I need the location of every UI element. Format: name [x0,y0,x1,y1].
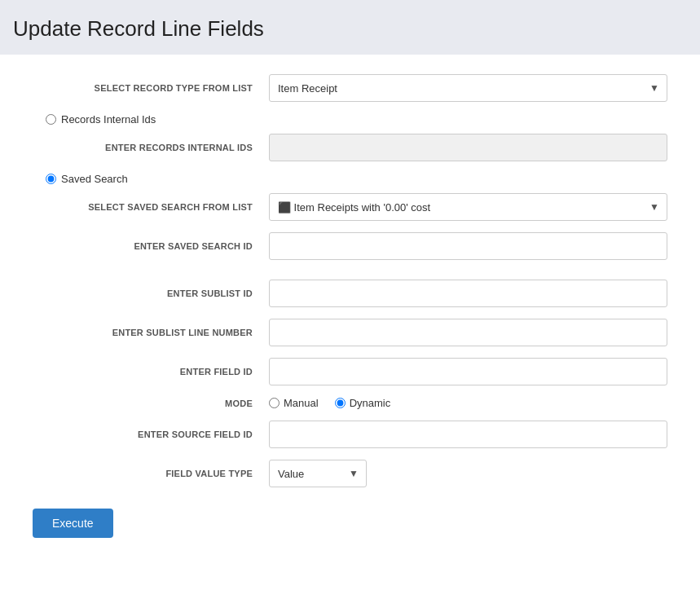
select-record-type-row: SELECT RECORD TYPE FROM LIST Item Receip… [33,74,667,102]
mode-label: MODE [33,399,269,408]
field-value-type-wrapper: Value Text ▼ [269,460,367,487]
mode-row: MODE Manual Dynamic [33,397,667,409]
mode-manual-label[interactable]: Manual [284,397,319,409]
select-record-type-input[interactable]: Item Receipt Invoice Sales Order Purchas… [269,74,667,102]
field-value-type-row: FIELD VALUE TYPE Value Text ▼ [33,460,667,487]
enter-sublist-line-number-label: ENTER SUBLIST LINE NUMBER [33,328,269,337]
records-internal-ids-radio-row: Records Internal Ids [33,113,667,126]
enter-saved-search-id-row: ENTER SAVED SEARCH ID customsearch_item_… [33,232,667,260]
enter-sublist-line-number-row: ENTER SUBLIST LINE NUMBER [33,319,667,346]
execute-button[interactable]: Execute [33,509,113,538]
mode-manual-radio[interactable] [269,398,280,408]
select-record-type-wrapper: Item Receipt Invoice Sales Order Purchas… [269,74,667,102]
page-header: Update Record Line Fields [0,0,700,55]
mode-manual-option: Manual [269,397,319,409]
saved-search-radio-row: Saved Search [33,173,667,185]
enter-field-id-label: ENTER FIELD ID [33,367,269,377]
select-saved-search-input[interactable]: ⬛ Item Receipts with '0.00' cost [269,193,667,221]
mode-options: Manual Dynamic [269,397,390,409]
enter-saved-search-id-label: ENTER SAVED SEARCH ID [33,241,269,251]
enter-source-field-id-label: ENTER SOURCE FIELD ID [33,429,269,439]
select-saved-search-wrapper: ⬛ Item Receipts with '0.00' cost ▼ [269,193,667,221]
select-record-type-label: SELECT RECORD TYPE FROM LIST [33,83,269,93]
enter-source-field-id-row: ENTER SOURCE FIELD ID custcol_transfer_p… [33,421,667,448]
page-title: Update Record Line Fields [13,16,687,42]
select-saved-search-row: SELECT SAVED SEARCH FROM LIST ⬛ Item Rec… [33,193,667,221]
mode-dynamic-label[interactable]: Dynamic [350,397,391,409]
execute-row: Execute [33,500,667,538]
field-value-type-input[interactable]: Value Text [269,460,367,487]
enter-records-internal-ids-row: ENTER RECORDS INTERNAL IDS [33,134,667,161]
main-content: SELECT RECORD TYPE FROM LIST Item Receip… [0,55,700,599]
enter-source-field-id-input[interactable]: custcol_transfer_price [269,421,667,448]
saved-search-label[interactable]: Saved Search [61,173,128,185]
records-internal-ids-label[interactable]: Records Internal Ids [61,113,156,126]
enter-sublist-id-row: ENTER SUBLIST ID item [33,280,667,307]
saved-search-radio[interactable] [46,174,56,184]
enter-records-internal-ids-label: ENTER RECORDS INTERNAL IDS [33,143,269,152]
enter-saved-search-id-input[interactable]: customsearch_item_receipts_zero_cost [269,232,667,260]
select-saved-search-label: SELECT SAVED SEARCH FROM LIST [33,202,269,212]
records-internal-ids-radio[interactable] [46,114,56,125]
enter-records-internal-ids-input[interactable] [269,134,667,161]
enter-sublist-id-label: ENTER SUBLIST ID [33,288,269,298]
enter-sublist-line-number-input[interactable] [269,319,667,346]
mode-dynamic-option: Dynamic [335,397,391,409]
enter-sublist-id-input[interactable]: item [269,280,667,307]
field-value-type-label: FIELD VALUE TYPE [33,469,269,478]
enter-field-id-input[interactable]: unitcostoverride [269,358,667,385]
mode-dynamic-radio[interactable] [335,398,346,408]
enter-field-id-row: ENTER FIELD ID unitcostoverride [33,358,667,385]
